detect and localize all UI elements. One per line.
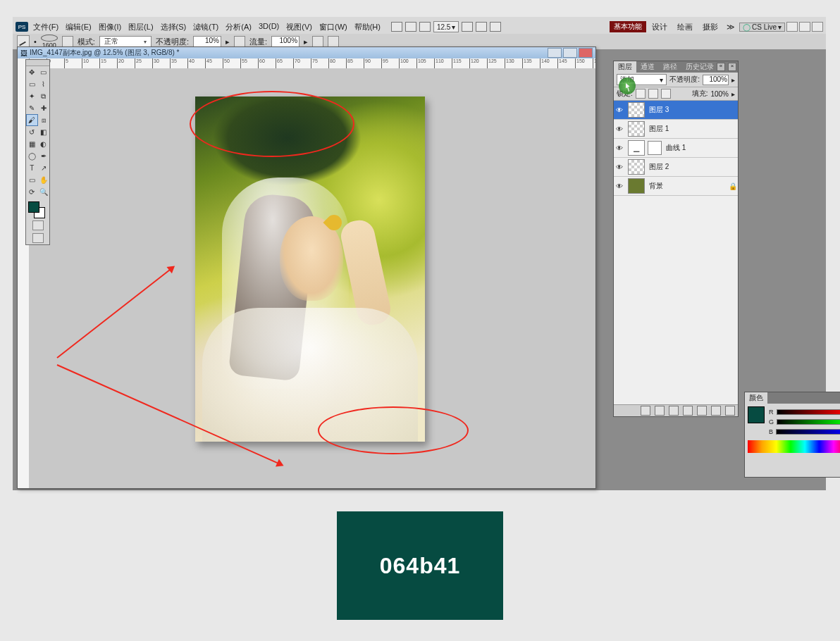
- adjustment-icon[interactable]: [683, 406, 693, 416]
- layer-opacity-input[interactable]: 100%: [703, 75, 729, 85]
- layer-row[interactable]: 👁图层 3: [614, 101, 738, 120]
- menu-item[interactable]: 图层(L): [125, 21, 156, 33]
- airbrush-icon[interactable]: [312, 36, 323, 47]
- document-window: 🖼 IMG_4147副本e.jpg @ 12.5% (图层 3, RGB/8) …: [17, 46, 596, 489]
- history-brush-icon[interactable]: ↺: [26, 126, 38, 138]
- crop-tool-icon[interactable]: ⧉: [38, 90, 50, 102]
- trash-icon[interactable]: [725, 406, 735, 416]
- hand-icon[interactable]: [462, 22, 473, 32]
- pressure-size-icon[interactable]: [328, 36, 339, 47]
- tab-channels[interactable]: 通道: [636, 61, 659, 73]
- close-button[interactable]: [812, 22, 823, 32]
- eyedropper-tool-icon[interactable]: ✎: [26, 102, 38, 114]
- menu-item[interactable]: 选择(S): [157, 21, 190, 33]
- menu-item[interactable]: 视图(V): [283, 21, 316, 33]
- rotate-view-icon[interactable]: ⟳: [26, 186, 38, 198]
- tab-history[interactable]: 历史记录: [681, 61, 718, 73]
- cslive-button[interactable]: ◯CS Live▾: [739, 23, 785, 32]
- min-button[interactable]: [786, 22, 798, 32]
- screen-mode-icon[interactable]: [405, 22, 416, 32]
- menu-item[interactable]: 窗口(W): [316, 21, 351, 33]
- visibility-eye-icon[interactable]: 👁: [614, 125, 625, 133]
- workspace-photo[interactable]: 摄影: [698, 21, 722, 33]
- rotate-icon[interactable]: [490, 22, 501, 32]
- tab-paths[interactable]: 路径: [659, 61, 681, 73]
- marquee-tool-icon[interactable]: ▭: [26, 78, 38, 90]
- quickmask-icon[interactable]: [32, 220, 44, 230]
- mask-icon[interactable]: [669, 406, 679, 416]
- layer-row[interactable]: 👁图层 2: [614, 158, 738, 177]
- zoom-select[interactable]: 12.5▾: [433, 21, 459, 32]
- brush-tool-icon[interactable]: 🖌: [26, 114, 38, 126]
- link-layers-icon[interactable]: [641, 406, 650, 416]
- lock-position-icon[interactable]: [648, 89, 658, 99]
- extras-icon[interactable]: [419, 22, 431, 32]
- flow-input[interactable]: 100%: [271, 36, 299, 47]
- more-icon[interactable]: ≫: [724, 23, 738, 32]
- workspace-design[interactable]: 设计: [648, 21, 672, 33]
- eraser-tool-icon[interactable]: ◧: [38, 126, 50, 138]
- tab-color[interactable]: 颜色: [745, 392, 767, 404]
- arrange-icon[interactable]: [391, 22, 402, 32]
- dodge-tool-icon[interactable]: ◯: [26, 150, 38, 162]
- workspace-paint[interactable]: 绘画: [673, 21, 697, 33]
- artboard-tool-icon[interactable]: ▭: [38, 66, 50, 78]
- menu-item[interactable]: 编辑(E): [62, 21, 95, 33]
- panel-collapse-icon[interactable]: «: [717, 63, 725, 71]
- gradient-tool-icon[interactable]: ▦: [26, 138, 38, 150]
- color-swatches[interactable]: [26, 199, 49, 218]
- menu-item[interactable]: 帮助(H): [351, 21, 384, 33]
- spectrum-strip[interactable]: [748, 440, 840, 453]
- doc-close-button[interactable]: [579, 48, 593, 58]
- type-tool-icon[interactable]: T: [26, 162, 38, 174]
- panel-close-icon[interactable]: ×: [728, 63, 736, 71]
- workspace-chip[interactable]: 基本功能: [610, 21, 646, 32]
- zoom-tool-icon[interactable]: 🔍: [38, 186, 50, 198]
- tab-layers[interactable]: 图层: [614, 61, 636, 73]
- move-tool-icon[interactable]: ✥: [26, 66, 38, 78]
- visibility-eye-icon[interactable]: 👁: [614, 144, 625, 152]
- b-slider[interactable]: [776, 429, 840, 435]
- foreground-color-swatch[interactable]: [28, 201, 39, 213]
- color-panel-swatch[interactable]: [748, 406, 765, 423]
- visibility-eye-icon[interactable]: 👁: [614, 106, 625, 114]
- hand-tool-icon[interactable]: ✋: [38, 174, 50, 186]
- menu-item[interactable]: 分析(A): [222, 21, 255, 33]
- fill-input[interactable]: 100%: [710, 90, 729, 98]
- shape-tool-icon[interactable]: ▭: [26, 174, 38, 186]
- brush-panel-icon[interactable]: [62, 36, 73, 47]
- visibility-eye-icon[interactable]: 👁: [614, 182, 625, 190]
- screenmode-icon[interactable]: [32, 233, 44, 243]
- pressure-opacity-icon[interactable]: [234, 36, 245, 47]
- layer-row[interactable]: 👁图层 1: [614, 120, 738, 139]
- canvas-area[interactable]: [29, 68, 595, 488]
- blur-tool-icon[interactable]: ◐: [38, 138, 50, 150]
- r-slider[interactable]: [777, 409, 841, 415]
- lock-all-icon[interactable]: [661, 89, 671, 99]
- doc-min-button[interactable]: [548, 48, 562, 58]
- layer-name: 背景: [648, 181, 728, 191]
- wand-tool-icon[interactable]: ✦: [26, 90, 38, 102]
- pen-tool-icon[interactable]: ✒: [38, 150, 50, 162]
- stamp-tool-icon[interactable]: ⧇: [38, 114, 50, 126]
- blend-mode-select[interactable]: 正常▾: [99, 36, 152, 48]
- fx-icon[interactable]: [655, 406, 665, 416]
- layer-row[interactable]: 👁背景🔒: [614, 177, 738, 196]
- doc-max-button[interactable]: [563, 48, 577, 58]
- max-button[interactable]: [799, 22, 810, 32]
- visibility-eye-icon[interactable]: 👁: [614, 163, 625, 171]
- menu-item[interactable]: 图像(I): [95, 21, 125, 33]
- menu-item[interactable]: 文件(F): [30, 21, 62, 33]
- heal-tool-icon[interactable]: ✚: [38, 102, 50, 114]
- opacity-input[interactable]: 10%: [193, 36, 221, 47]
- g-slider[interactable]: [777, 419, 840, 425]
- path-tool-icon[interactable]: ↗: [38, 162, 50, 174]
- lasso-tool-icon[interactable]: ⌇: [38, 78, 50, 90]
- zoom-icon[interactable]: [476, 22, 487, 32]
- menu-item[interactable]: 滤镜(T): [190, 21, 222, 33]
- menu-item[interactable]: 3D(D): [255, 21, 283, 33]
- layer-row[interactable]: 👁⎯曲线 1: [614, 139, 738, 158]
- group-icon[interactable]: [697, 406, 707, 416]
- new-layer-icon[interactable]: [711, 406, 721, 416]
- lock-pixels-icon[interactable]: [636, 89, 646, 99]
